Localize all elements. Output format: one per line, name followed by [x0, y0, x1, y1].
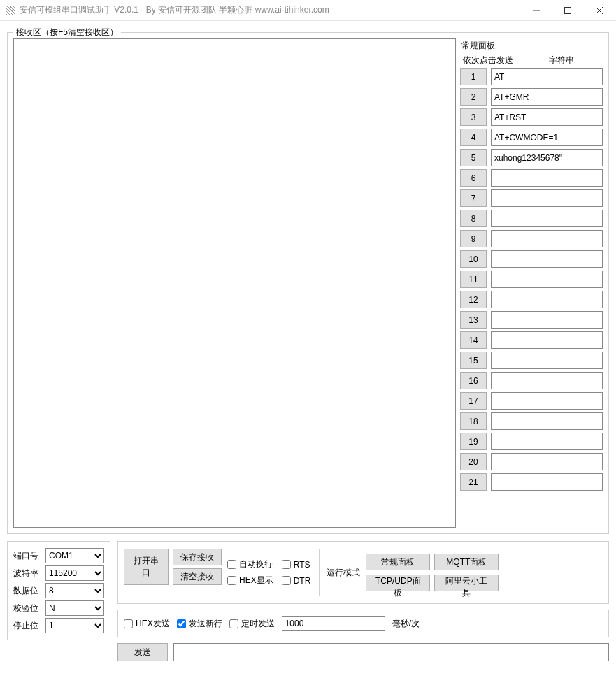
cmd-input-10[interactable]	[491, 250, 603, 268]
mode-mqtt-button[interactable]: MQTT面板	[434, 554, 499, 570]
parity-label: 校验位	[13, 603, 43, 614]
cmd-input-8[interactable]	[491, 210, 603, 227]
cmd-send-button-7[interactable]: 7	[460, 189, 487, 207]
cmd-input-15[interactable]	[491, 352, 603, 369]
cmd-input-18[interactable]	[491, 412, 603, 430]
maximize-button[interactable]	[552, 1, 583, 20]
cmd-row: 7	[460, 189, 603, 207]
cmd-send-button-14[interactable]: 14	[460, 331, 487, 349]
cmd-send-button-18[interactable]: 18	[460, 412, 487, 430]
receive-groupbox: 接收区（按F5清空接收区） 常规面板 依次点击发送 字符串 1234567891…	[7, 32, 609, 534]
hex-display-label: HEX显示	[239, 575, 273, 586]
cmd-input-11[interactable]	[491, 271, 603, 288]
cmd-send-button-5[interactable]: 5	[460, 149, 487, 166]
side-panel-title: 常规面板	[460, 38, 603, 55]
interval-input[interactable]	[282, 616, 385, 631]
cmd-send-button-10[interactable]: 10	[460, 250, 487, 268]
baud-label: 波特率	[13, 568, 43, 579]
cmd-send-button-13[interactable]: 13	[460, 311, 487, 329]
cmd-send-button-16[interactable]: 16	[460, 372, 487, 389]
cmd-send-button-4[interactable]: 4	[460, 129, 487, 146]
cmd-row: 20	[460, 453, 603, 470]
side-col-string-header: 字符串	[520, 55, 603, 66]
dtr-label: DTR	[294, 576, 311, 586]
cmd-send-button-12[interactable]: 12	[460, 291, 487, 308]
cmd-send-button-17[interactable]: 17	[460, 392, 487, 410]
cmd-send-button-6[interactable]: 6	[460, 169, 487, 187]
app-icon	[6, 6, 15, 15]
dtr-checkbox[interactable]: DTR	[282, 575, 311, 586]
cmd-row: 2	[460, 88, 603, 106]
parity-select[interactable]: N	[45, 600, 104, 616]
cmd-row: 1	[460, 68, 603, 85]
cmd-send-button-19[interactable]: 19	[460, 433, 487, 450]
cmd-send-button-2[interactable]: 2	[460, 88, 487, 106]
cmd-input-7[interactable]	[491, 189, 603, 207]
cmd-send-button-15[interactable]: 15	[460, 352, 487, 369]
mode-aliyun-button[interactable]: 阿里云小工具	[434, 575, 499, 591]
rts-label: RTS	[294, 560, 310, 570]
cmd-row: 4	[460, 129, 603, 146]
rts-checkbox[interactable]: RTS	[282, 558, 311, 570]
stopbits-select[interactable]: 1	[45, 618, 104, 633]
port-select[interactable]: COM1	[45, 548, 104, 563]
cmd-input-14[interactable]	[491, 331, 603, 349]
databits-label: 数据位	[13, 585, 43, 597]
cmd-input-9[interactable]	[491, 230, 603, 247]
open-serial-button[interactable]: 打开串口	[124, 549, 169, 585]
control-box: 打开串口 保存接收 清空接收 自动换行 RTS HEX显示 DTR 运行模式 常…	[117, 541, 609, 604]
baud-select[interactable]: 115200	[45, 565, 104, 581]
send-input[interactable]	[173, 643, 609, 661]
send-options-box: HEX发送 发送新行 定时发送 毫秒/次	[117, 610, 609, 637]
cmd-input-21[interactable]	[491, 473, 603, 491]
save-receive-button[interactable]: 保存接收	[173, 549, 222, 565]
cmd-input-3[interactable]	[491, 108, 603, 126]
cmd-row: 3	[460, 108, 603, 126]
interval-unit: 毫秒/次	[392, 618, 420, 630]
cmd-row: 15	[460, 352, 603, 369]
cmd-row: 21	[460, 473, 603, 491]
cmd-input-13[interactable]	[491, 311, 603, 329]
cmd-row: 10	[460, 250, 603, 268]
clear-receive-button[interactable]: 清空接收	[173, 568, 222, 585]
send-newline-label: 发送新行	[189, 618, 222, 630]
auto-wrap-checkbox[interactable]: 自动换行	[227, 558, 273, 570]
cmd-send-button-1[interactable]: 1	[460, 68, 487, 85]
cmd-input-5[interactable]	[491, 149, 603, 166]
minimize-button[interactable]	[520, 1, 552, 20]
databits-select[interactable]: 8	[45, 583, 104, 598]
mode-tcp-button[interactable]: TCP/UDP面板	[366, 575, 430, 591]
auto-wrap-label: 自动换行	[239, 558, 273, 570]
cmd-send-button-9[interactable]: 9	[460, 230, 487, 247]
cmd-send-button-20[interactable]: 20	[460, 453, 487, 470]
cmd-row: 14	[460, 331, 603, 349]
timed-send-checkbox[interactable]: 定时发送	[229, 618, 275, 630]
close-button[interactable]	[583, 1, 615, 20]
cmd-input-4[interactable]	[491, 129, 603, 146]
hex-send-label: HEX发送	[136, 618, 170, 630]
cmd-row: 19	[460, 433, 603, 450]
send-newline-checkbox[interactable]: 发送新行	[177, 618, 222, 630]
mode-normal-button[interactable]: 常规面板	[366, 554, 430, 570]
cmd-send-button-11[interactable]: 11	[460, 271, 487, 288]
cmd-input-17[interactable]	[491, 392, 603, 410]
hex-display-checkbox[interactable]: HEX显示	[227, 575, 273, 586]
cmd-input-20[interactable]	[491, 453, 603, 470]
hex-send-checkbox[interactable]: HEX发送	[124, 618, 170, 630]
cmd-send-button-8[interactable]: 8	[460, 210, 487, 227]
cmd-send-button-3[interactable]: 3	[460, 108, 487, 126]
serial-settings-box: 端口号 COM1 波特率 115200 数据位 8 校验位 N 停止位 1	[7, 541, 110, 640]
receive-textarea[interactable]	[13, 38, 456, 528]
cmd-send-button-21[interactable]: 21	[460, 473, 487, 491]
cmd-input-6[interactable]	[491, 169, 603, 187]
cmd-input-1[interactable]	[491, 68, 603, 85]
cmd-input-16[interactable]	[491, 372, 603, 389]
side-col-send-header: 依次点击发送	[460, 55, 516, 66]
send-button[interactable]: 发送	[117, 643, 168, 661]
cmd-input-12[interactable]	[491, 291, 603, 308]
cmd-row: 5	[460, 149, 603, 166]
cmd-input-2[interactable]	[491, 88, 603, 106]
cmd-row: 8	[460, 210, 603, 227]
cmd-input-19[interactable]	[491, 433, 603, 450]
cmd-row: 18	[460, 412, 603, 430]
